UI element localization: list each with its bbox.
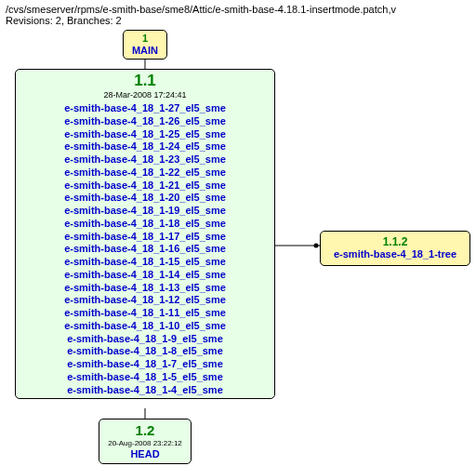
revision-tag: e-smith-base-4_18_1-11_el5_sme	[21, 307, 269, 320]
revision-tag: e-smith-base-4_18_1-18_el5_sme	[21, 218, 269, 231]
file-path: /cvs/smeserver/rpms/e-smith-base/sme8/At…	[6, 4, 470, 15]
revision-1-2-box[interactable]: 1.2 20-Aug-2008 23:22:12 HEAD	[99, 419, 192, 464]
branch-1-1-2-version: 1.1.2	[324, 235, 466, 248]
revision-count: Revisions: 2, Branches: 2	[6, 15, 470, 26]
revision-tag: e-smith-base-4_18_1-25_el5_sme	[21, 128, 269, 141]
main-trunk-box[interactable]: 1 MAIN	[123, 30, 167, 60]
diagram-canvas: 1 MAIN 1.1 28-Mar-2008 17:24:41 e-smith-…	[0, 28, 476, 465]
revision-tag: e-smith-base-4_18_1-22_el5_sme	[21, 166, 269, 180]
revision-1-1-version: 1.1	[21, 72, 269, 90]
revision-tag: e-smith-base-4_18_1-14_el5_sme	[21, 269, 269, 282]
revision-tag: e-smith-base-4_18_1-27_el5_sme	[21, 102, 269, 115]
svg-point-3	[314, 244, 319, 248]
revision-tag: e-smith-base-4_18_1-15_el5_sme	[21, 256, 269, 269]
revision-tag: e-smith-base-4_18_1-23_el5_sme	[21, 153, 269, 166]
revision-tag: e-smith-base-4_18_1-24_el5_sme	[21, 140, 269, 153]
revision-tag: e-smith-base-4_18_1-17_el5_sme	[21, 231, 269, 244]
main-trunk-label: MAIN	[132, 45, 158, 56]
revision-tag: e-smith-base-4_18_1-20_el5_sme	[21, 192, 269, 205]
revision-1-1-timestamp: 28-Mar-2008 17:24:41	[21, 90, 269, 100]
head-label: HEAD	[103, 448, 187, 460]
revision-1-2-version: 1.2	[103, 422, 187, 439]
revision-tag: e-smith-base-4_18_1-4_el5_sme	[21, 384, 269, 397]
revision-tag: e-smith-base-4_18_1-5_el5_sme	[21, 371, 269, 384]
revision-tag: e-smith-base-4_18_1-16_el5_sme	[21, 243, 269, 256]
revision-tag: e-smith-base-4_18_1-19_el5_sme	[21, 205, 269, 218]
revision-tag: e-smith-base-4_18_1-13_el5_sme	[21, 282, 269, 295]
header: /cvs/smeserver/rpms/e-smith-base/sme8/At…	[0, 0, 476, 28]
branch-1-1-2-label: e-smith-base-4_18_1-tree	[324, 248, 466, 260]
revision-1-2-timestamp: 20-Aug-2008 23:22:12	[103, 439, 187, 448]
revision-1-1-box[interactable]: 1.1 28-Mar-2008 17:24:41 e-smith-base-4_…	[15, 69, 275, 399]
revision-tag: e-smith-base-4_18_1-7_el5_sme	[21, 358, 269, 371]
revision-tag: e-smith-base-4_18_1-9_el5_sme	[21, 333, 269, 346]
revision-tag: e-smith-base-4_18_1-12_el5_sme	[21, 294, 269, 307]
revision-tag: e-smith-base-4_18_1-21_el5_sme	[21, 180, 269, 193]
branch-1-1-2-box[interactable]: 1.1.2 e-smith-base-4_18_1-tree	[320, 231, 470, 266]
revision-tag: e-smith-base-4_18_1-10_el5_sme	[21, 320, 269, 333]
main-trunk-number: 1	[142, 33, 148, 44]
revision-tag: e-smith-base-4_18_1-8_el5_sme	[21, 345, 269, 358]
revision-tag: e-smith-base-4_18_1-26_el5_sme	[21, 115, 269, 128]
